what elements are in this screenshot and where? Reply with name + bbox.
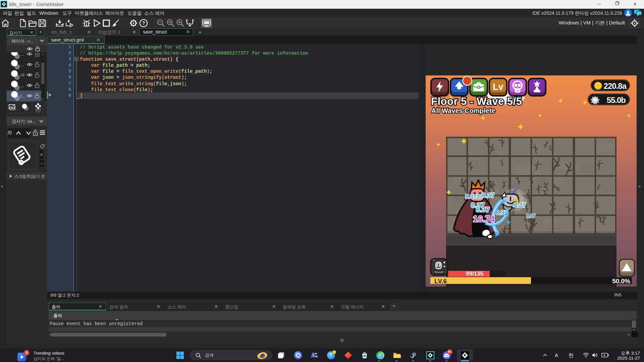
svg-text:...: ... <box>20 83 24 88</box>
svg-text:...: ... <box>20 52 24 57</box>
svg-text:UI: UI <box>20 73 24 77</box>
svg-text:T: T <box>312 354 314 357</box>
svg-text:...: ... <box>20 62 24 67</box>
svg-text:?: ? <box>142 20 145 26</box>
svg-text:I...: I... <box>20 94 25 99</box>
svg-text:Lv: Lv <box>493 82 503 92</box>
